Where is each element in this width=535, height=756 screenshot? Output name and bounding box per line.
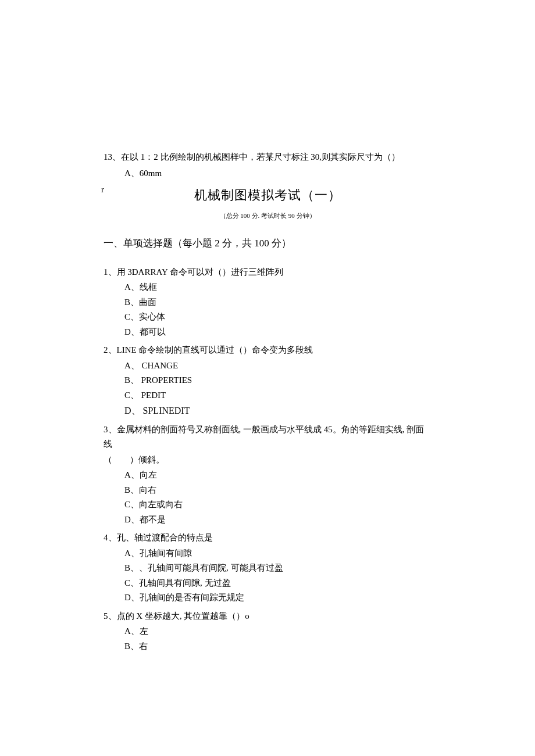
question-4: 4、孔、轴过渡配合的特点是 A、孔轴间有间隙 B、、孔轴间可能具有间院, 可能具…	[104, 531, 431, 605]
page: 13、在以 1：2 比例绘制的机械图样中，若某尺寸标注 30,则其实际尺寸为（）…	[0, 0, 535, 756]
q1-option-a: A、线框	[124, 280, 431, 295]
q2-option-a: A、 CHANGE	[124, 359, 431, 374]
q2-option-d: D、 SPLINEDIT	[124, 403, 431, 418]
exam-subtitle: （总分 100 分. 考试时长 90 分钟）	[104, 210, 431, 221]
q2-option-b: B、 PROPERTIES	[124, 373, 431, 388]
q1-option-b: B、曲面	[124, 295, 431, 310]
q4-option-a: A、孔轴间有间隙	[124, 546, 431, 561]
q3-options: A、向左 B、向右 C、向左或向右 D、都不是	[104, 468, 431, 527]
q4-option-c: C、孔轴间具有间隙, 无过盈	[124, 576, 431, 591]
q1-text: 1、用 3DARRAY 命令可以对（）进行三维阵列	[104, 265, 431, 280]
q2-option-c: C、 PEDIT	[124, 388, 431, 403]
q2-text: 2、LINE 命令绘制的直线可以通过（）命令变为多段线	[104, 343, 431, 358]
q5-option-a: A、左	[124, 624, 431, 639]
q3-option-d: D、都不是	[124, 513, 431, 528]
q4-option-d: D、孔轴间的是否有间踪无规定	[124, 590, 431, 605]
q5-text: 5、点的 X 坐标越大, 其位置越靠（）o	[104, 609, 431, 624]
question-1: 1、用 3DARRAY 命令可以对（）进行三维阵列 A、线框 B、曲面 C、实心…	[104, 265, 431, 340]
q1-option-c: C、实心体	[124, 310, 431, 325]
q5-options: A、左 B、右	[104, 624, 431, 654]
q13-option-a: A、60mm	[104, 166, 431, 181]
stray-character: r	[101, 182, 104, 198]
q3-text-line1: 3、金属材料的剖面符号又称剖面线, 一般画成与水平线成 45。角的等距细实线, …	[104, 422, 431, 452]
q13-text: 13、在以 1：2 比例绘制的机械图样中，若某尺寸标注 30,则其实际尺寸为（）	[104, 150, 431, 165]
q2-options: A、 CHANGE B、 PROPERTIES C、 PEDIT D、 SPLI…	[104, 359, 431, 419]
q3-text-line2: （ ）倾斜。	[104, 453, 431, 468]
q3-option-c: C、向左或向右	[124, 497, 431, 513]
q2-d-rest: PLINEDIT	[148, 406, 190, 415]
question-3: 3、金属材料的剖面符号又称剖面线, 一般画成与水平线成 45。角的等距细实线, …	[104, 422, 431, 528]
q4-options: A、孔轴间有间隙 B、、孔轴间可能具有间院, 可能具有过盈 C、孔轴间具有间隙,…	[104, 546, 431, 605]
q1-option-d: D、都可以	[124, 325, 431, 340]
question-2: 2、LINE 命令绘制的直线可以通过（）命令变为多段线 A、 CHANGE B、…	[104, 343, 431, 418]
q2-d-prefix: D、 S	[124, 406, 148, 415]
q1-options: A、线框 B、曲面 C、实心体 D、都可以	[104, 280, 431, 339]
q4-option-b: B、、孔轴间可能具有间院, 可能具有过盈	[124, 561, 431, 576]
exam-title: 机械制图模拟考试（一）	[104, 184, 431, 206]
q3-option-a: A、向左	[124, 468, 431, 483]
section-heading: 一、单项选择题（每小题 2 分，共 100 分）	[104, 235, 431, 252]
q5-option-b: B、右	[124, 639, 431, 654]
q4-text: 4、孔、轴过渡配合的特点是	[104, 531, 431, 546]
q3-option-b: B、向右	[124, 483, 431, 498]
question-5: 5、点的 X 坐标越大, 其位置越靠（）o A、左 B、右	[104, 609, 431, 654]
